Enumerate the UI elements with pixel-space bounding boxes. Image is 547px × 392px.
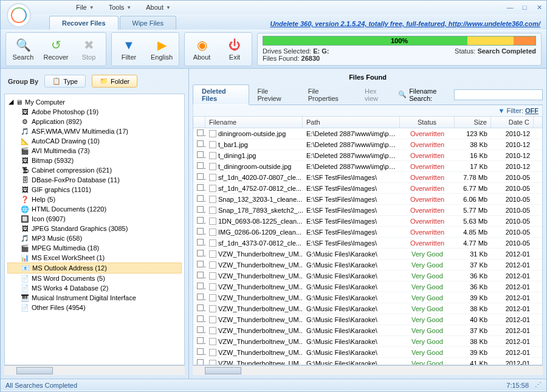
tree-root[interactable]: ◢🖥My Computer <box>7 97 182 107</box>
groupby-folder-button[interactable]: 📁Folder <box>92 75 137 88</box>
table-row[interactable]: Snap_178_7893_sketch2_...E:\SF TestFiles… <box>193 205 542 216</box>
row-checkbox[interactable] <box>197 206 204 213</box>
tree-item[interactable]: 🗜Cabinet compression (621) <box>7 165 182 175</box>
table-row[interactable]: VZW_Thunderboltnew_UM...G:\Music Files\K… <box>193 281 542 292</box>
maximize-button[interactable]: □ <box>520 3 529 12</box>
row-checkbox[interactable] <box>197 294 204 300</box>
tree-item[interactable]: 📊MS Excel WorkSheet (1) <box>7 253 182 263</box>
row-checkbox[interactable] <box>197 250 204 256</box>
tree-item[interactable]: 📐AutoCAD Drawing (10) <box>7 136 182 146</box>
table-row[interactable]: t_bar1.jpgE:\Deleted 2887\www\img\photos… <box>193 139 542 150</box>
table-row[interactable]: 1DN_0693-08-1225_clean...E:\SF TestFiles… <box>193 216 542 227</box>
table-row[interactable]: sf_1dn_4373-07-0812_cle...E:\SF TestFile… <box>193 238 542 249</box>
row-checkbox[interactable] <box>197 151 204 158</box>
row-checkbox[interactable] <box>197 173 204 180</box>
table-row[interactable]: t_diningroom-outside.jpgE:\Deleted 2887\… <box>193 161 542 172</box>
collapse-icon[interactable]: ◢ <box>9 98 13 106</box>
tree-item[interactable]: 🌐HTML Documents (1220) <box>7 204 182 214</box>
exit-button[interactable]: ⏻Exit <box>219 34 250 64</box>
row-checkbox[interactable] <box>197 217 204 224</box>
tree-item[interactable]: 🖼GIF graphics (1101) <box>7 185 182 194</box>
tree-item[interactable]: 🖼Bitmap (5932) <box>7 156 182 165</box>
tree-item[interactable]: 🔲Icon (6907) <box>7 214 182 224</box>
tree-hscroll[interactable] <box>4 365 185 375</box>
tree-item[interactable]: 📄Other Files (4954) <box>7 303 182 312</box>
language-button[interactable]: ▶English <box>146 34 177 64</box>
tab-file-preview[interactable]: File Preview <box>249 85 300 105</box>
tree-item[interactable]: 🖼JPEG Standard Graphics (3085) <box>7 224 182 233</box>
tree-item[interactable]: 🎬MPEG Multimedia (18) <box>7 243 182 253</box>
tree-item[interactable]: 📧MS Outlook Address (12) <box>7 263 182 273</box>
table-row[interactable]: VZW_Thunderboltnew_UM...G:\Music Files\K… <box>193 303 542 314</box>
tab-hex-view[interactable]: Hex view <box>356 85 398 105</box>
promo-link[interactable]: Undelete 360, version 2.1.5.24, totally … <box>270 20 540 30</box>
row-checkbox[interactable] <box>197 337 204 344</box>
table-row[interactable]: VZW_Thunderboltnew_UM...G:\Music Files\K… <box>193 347 542 358</box>
table-row[interactable]: IMG_0286-06-1209_clean...E:\SF TestFiles… <box>193 227 542 238</box>
files-grid[interactable]: Filename Path Status Size Date C diningr… <box>193 117 543 365</box>
search-button[interactable]: 🔍Search <box>7 34 39 64</box>
table-row[interactable]: VZW_Thunderboltnew_UM...G:\Music Files\K… <box>193 325 542 336</box>
tree-item[interactable]: 🗄DBase-FoxPro Database (11) <box>7 175 182 185</box>
recover-button[interactable]: ↺Recover <box>40 34 72 64</box>
tree-item[interactable]: 🎵MP3 Music (658) <box>7 233 182 243</box>
table-row[interactable]: sf_1dn_4752-07-0812_cle...E:\SF TestFile… <box>193 183 542 194</box>
groupby-type-button[interactable]: 📋Type <box>44 75 86 88</box>
row-checkbox[interactable] <box>197 129 204 136</box>
stop-button[interactable]: ✖Stop <box>73 34 105 64</box>
table-row[interactable]: diningroom-outside.jpgE:\Deleted 2887\ww… <box>193 128 542 139</box>
tree-item[interactable]: 📄MS Works 4 Database (2) <box>7 283 182 293</box>
col-path[interactable]: Path <box>303 117 400 128</box>
table-row[interactable]: VZW_Thunderboltnew_UM...G:\Music Files\K… <box>193 270 542 281</box>
row-checkbox[interactable] <box>197 228 204 235</box>
table-row[interactable]: sf_1dn_4020-07-0807_cle...E:\SF TestFile… <box>193 172 542 183</box>
row-checkbox[interactable] <box>197 239 204 246</box>
col-size[interactable]: Size <box>455 117 491 128</box>
grid-hscroll[interactable] <box>193 365 543 375</box>
table-row[interactable]: t_dining1.jpgE:\Deleted 2887\www\img\pho… <box>193 150 542 161</box>
filename-search-input[interactable] <box>454 89 543 100</box>
close-button[interactable]: ✕ <box>534 3 544 12</box>
filter-button[interactable]: ▼Filter <box>113 34 145 64</box>
row-checkbox[interactable] <box>197 184 204 191</box>
row-checkbox[interactable] <box>197 359 204 365</box>
tree-item[interactable]: 📄MS Word Documents (5) <box>7 273 182 283</box>
col-date[interactable]: Date C <box>491 117 534 128</box>
row-checkbox[interactable] <box>197 162 204 169</box>
row-checkbox[interactable] <box>197 195 204 202</box>
row-checkbox[interactable] <box>197 348 204 355</box>
tree-item[interactable]: 🎵ASF,WMA,WMV Multimedia (17) <box>7 126 182 136</box>
minimize-button[interactable]: — <box>505 3 515 12</box>
row-checkbox[interactable] <box>197 315 204 322</box>
table-row[interactable]: VZW_Thunderboltnew_UM...G:\Music Files\K… <box>193 260 542 270</box>
tab-recover-files[interactable]: Recover Files <box>49 16 119 30</box>
resize-grip-icon[interactable]: ⋰ <box>535 381 542 389</box>
tab-deleted-files[interactable]: Deleted Files <box>193 84 249 105</box>
col-status[interactable]: Status <box>400 117 455 128</box>
tab-file-properties[interactable]: File Properties <box>300 85 356 105</box>
menu-about[interactable]: About▼ <box>146 4 171 11</box>
menu-tools[interactable]: Tools▼ <box>109 4 132 11</box>
about-button[interactable]: ◉About <box>186 34 218 64</box>
col-filename[interactable]: Filename <box>205 117 303 128</box>
category-tree[interactable]: ◢🖥My Computer 🖼Adobe Photoshop (19)⚙Appl… <box>4 94 185 365</box>
menu-file[interactable]: File▼ <box>76 4 94 11</box>
table-row[interactable]: VZW_Thunderboltnew_UM...G:\Music Files\K… <box>193 314 542 325</box>
tree-item[interactable]: ⚙Application (892) <box>7 117 182 126</box>
table-row[interactable]: VZW_Thunderboltnew_UM...G:\Music Files\K… <box>193 336 542 347</box>
tab-wipe-files[interactable]: Wipe Files <box>120 16 176 30</box>
row-checkbox[interactable] <box>197 283 204 289</box>
tree-item[interactable]: ❓Help (5) <box>7 194 182 204</box>
table-row[interactable]: Snap_132_3203-1_cleane...E:\SF TestFiles… <box>193 194 542 205</box>
table-row[interactable]: VZW_Thunderboltnew_UM...G:\Music Files\K… <box>193 292 542 303</box>
filter-toggle[interactable]: ▼Filter: OFF <box>498 107 538 114</box>
row-checkbox[interactable] <box>197 261 204 267</box>
table-row[interactable]: VZW_Thunderboltnew_UM...G:\Music Files\K… <box>193 249 542 260</box>
row-checkbox[interactable] <box>197 304 204 311</box>
tree-item[interactable]: 🎬AVI Multimedia (73) <box>7 146 182 156</box>
row-checkbox[interactable] <box>197 272 204 278</box>
tree-item[interactable]: 🎹Musical Instrument Digital Interface <box>7 293 182 303</box>
tree-item[interactable]: 🖼Adobe Photoshop (19) <box>7 107 182 117</box>
row-checkbox[interactable] <box>197 140 204 147</box>
row-checkbox[interactable] <box>197 326 204 333</box>
